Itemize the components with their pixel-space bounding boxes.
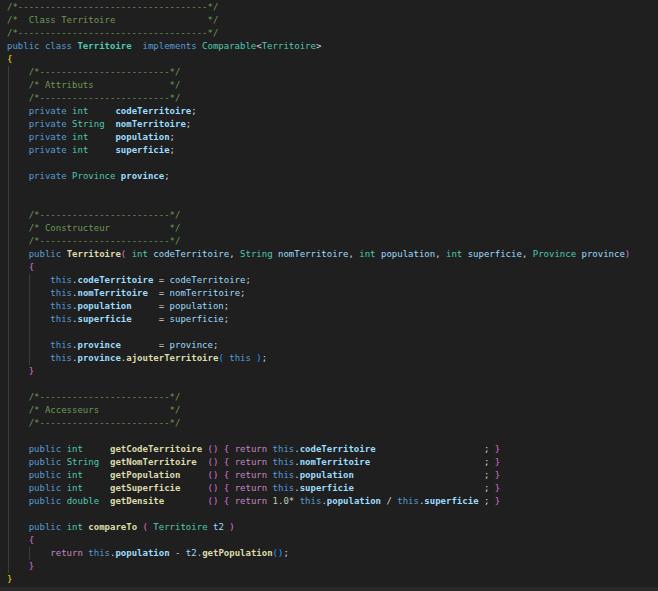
code-line: this.superficie = superficie;: [7, 313, 630, 326]
code-line: [7, 378, 630, 391]
code-editor[interactable]: /*-----------------------------------*//…: [0, 0, 658, 591]
code-line: {: [7, 534, 630, 547]
code-line: {: [7, 53, 630, 66]
code-line: }: [7, 560, 630, 573]
code-line: this.population = population;: [7, 300, 630, 313]
code-line: /*------------------------*/: [7, 66, 630, 79]
bottom-strip: [0, 587, 658, 591]
code-line: /*-----------------------------------*/: [7, 27, 630, 40]
code-line: /*------------------------*/: [7, 209, 630, 222]
code-line: [7, 430, 630, 443]
code-line: private int superficie;: [7, 144, 630, 157]
code-line: private int population;: [7, 131, 630, 144]
code-content: /*-----------------------------------*//…: [0, 0, 630, 586]
code-line: /*------------------------*/: [7, 235, 630, 248]
code-line: [7, 196, 630, 209]
code-line: /*------------------------*/: [7, 417, 630, 430]
code-line: {: [7, 261, 630, 274]
code-line: public double getDensite () { return 1.0…: [7, 495, 630, 508]
code-line: public class Territoire implements Compa…: [7, 40, 630, 53]
code-line: /* Constructeur */: [7, 222, 630, 235]
code-line: this.codeTerritoire = codeTerritoire;: [7, 274, 630, 287]
code-line: /*------------------------*/: [7, 92, 630, 105]
code-line: [7, 508, 630, 521]
code-line: }: [7, 573, 630, 586]
code-line: this.province = province;: [7, 339, 630, 352]
code-line: public String getNomTerritoire () { retu…: [7, 456, 630, 469]
code-line: return this.population - t2.getPopulatio…: [7, 547, 630, 560]
code-line: /* Accesseurs */: [7, 404, 630, 417]
code-line: [7, 183, 630, 196]
code-line: public Territoire( int codeTerritoire, S…: [7, 248, 630, 261]
code-line: /*------------------------*/: [7, 391, 630, 404]
code-line: public int getSuperficie () { return thi…: [7, 482, 630, 495]
code-line: /* Attributs */: [7, 79, 630, 92]
code-line: [7, 157, 630, 170]
code-line: private Province province;: [7, 170, 630, 183]
code-line: private int codeTerritoire;: [7, 105, 630, 118]
code-line: this.nomTerritoire = nomTerritoire;: [7, 287, 630, 300]
code-line: public int getPopulation () { return thi…: [7, 469, 630, 482]
code-line: /*-----------------------------------*/: [7, 1, 630, 14]
code-line: public int getCodeTerritoire () { return…: [7, 443, 630, 456]
code-line: }: [7, 365, 630, 378]
code-line: [7, 326, 630, 339]
code-line: /* Class Territoire */: [7, 14, 630, 27]
code-line: private String nomTerritoire;: [7, 118, 630, 131]
code-line: public int compareTo ( Territoire t2 ): [7, 521, 630, 534]
code-line: this.province.ajouterTerritoire( this );: [7, 352, 630, 365]
